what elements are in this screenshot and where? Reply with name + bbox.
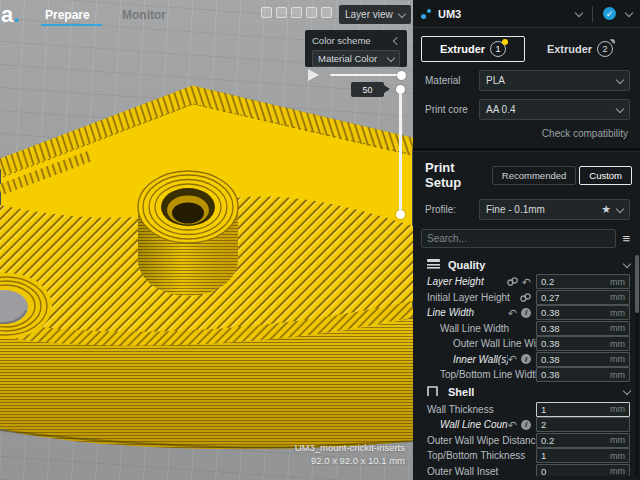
setting-row: Outer Wall Inset 0mm xyxy=(413,464,640,477)
setting-value-field[interactable]: 0.2mm xyxy=(536,433,630,448)
setting-value-field[interactable]: 0.38mm xyxy=(536,321,630,336)
view-top-icon[interactable] xyxy=(291,7,302,18)
collapse-left-icon[interactable] xyxy=(393,36,401,44)
setting-value-field[interactable]: 0.38mm xyxy=(536,352,630,367)
revert-icon[interactable]: ↶ xyxy=(508,308,517,318)
custom-mode-button[interactable]: Custom xyxy=(579,166,632,185)
setting-value-field[interactable]: 0.38mm xyxy=(536,336,630,351)
material-dropdown[interactable]: PLA xyxy=(479,70,630,91)
chevron-down-icon xyxy=(616,75,624,83)
star-icon: ★ xyxy=(601,203,611,216)
setting-row: Inner Wall(s) Line Width ↶i 0.38mm xyxy=(413,352,640,368)
layer-slider-track[interactable] xyxy=(399,93,402,214)
section-quality[interactable]: Quality xyxy=(413,255,640,274)
setting-row: Outer Wall Line Width 0.38mm xyxy=(413,336,640,352)
shell-icon xyxy=(427,386,440,398)
settings-filter-menu-icon[interactable]: ≡ xyxy=(622,231,630,246)
search-input[interactable] xyxy=(421,229,616,248)
setting-value-field[interactable]: 0.38mm xyxy=(536,305,630,320)
setting-row: Top/Bottom Line Width 0.38mm xyxy=(413,367,640,383)
color-scheme-panel: Color scheme Material Color xyxy=(305,30,407,67)
layer-number-value: 50 xyxy=(362,85,372,95)
tab-extruder-1[interactable]: Extruder 1 xyxy=(421,36,525,62)
color-scheme-dropdown[interactable]: Material Color xyxy=(312,50,400,67)
print-setup-title: Print Setup xyxy=(425,160,489,190)
profile-dropdown[interactable]: Fine - 0.1mm ★ xyxy=(479,199,630,220)
view-front-icon[interactable] xyxy=(276,7,287,18)
extruder-1-number: 1 xyxy=(490,41,506,57)
setting-value-field[interactable]: 1mm xyxy=(536,402,630,417)
setting-label: Top/Bottom Thickness xyxy=(413,450,536,461)
view-3d-icon[interactable] xyxy=(261,7,272,18)
view-mode-label: Layer view xyxy=(345,9,393,20)
printcore-value: AA 0.4 xyxy=(486,104,515,115)
printer-select-chevron-icon[interactable] xyxy=(575,8,583,16)
connection-chevron-icon[interactable] xyxy=(625,8,633,16)
setting-label: Wall Thickness xyxy=(413,404,536,415)
3d-viewport[interactable]: a. Prepare Monitor Layer view Color sche… xyxy=(0,0,413,480)
setting-label: Wall Line Count xyxy=(413,419,508,430)
extruder-tabs: Extruder 1 Extruder 2 xyxy=(421,36,632,62)
tab-extruder-2[interactable]: Extruder 2 xyxy=(528,36,632,62)
setting-value-field[interactable]: 2 xyxy=(536,417,630,432)
revert-icon[interactable]: ↶ xyxy=(508,420,517,430)
chevron-down-icon xyxy=(623,387,631,395)
setting-label: Outer Wall Wipe Distance xyxy=(413,435,536,446)
setting-value-field[interactable]: 0.2mm xyxy=(536,274,630,289)
printer-header: UM3 ✓ xyxy=(413,0,640,28)
setting-label: Wall Line Width xyxy=(413,323,536,334)
setting-row: Line Width ↶i 0.38mm xyxy=(413,305,640,321)
setting-value-field[interactable]: 1mm xyxy=(536,448,630,463)
printcore-label: Print core xyxy=(425,104,479,115)
info-icon[interactable]: i xyxy=(521,308,531,318)
link-icon[interactable] xyxy=(520,293,531,302)
extruder-2-label: Extruder xyxy=(547,43,592,55)
cura-window: a. Prepare Monitor Layer view Color sche… xyxy=(0,0,640,480)
chevron-down-icon xyxy=(398,9,406,17)
profile-value: Fine - 0.1mm xyxy=(486,204,545,215)
layer-number-tag: 50 xyxy=(351,82,384,97)
sidebar-panel: UM3 ✓ Extruder 1 Extruder 2 Material PLA xyxy=(413,0,640,480)
setting-label: Initial Layer Height xyxy=(413,292,520,303)
setting-row: Top/Bottom Thickness 1mm xyxy=(413,448,640,464)
section-shell[interactable]: Shell xyxy=(413,383,640,402)
connected-check-icon: ✓ xyxy=(603,7,616,20)
info-icon[interactable]: i xyxy=(521,420,531,430)
info-icon[interactable]: i xyxy=(521,354,531,364)
chevron-down-icon xyxy=(616,204,624,212)
model-3d-render[interactable] xyxy=(0,0,413,480)
setting-label: Outer Wall Inset xyxy=(413,466,536,476)
color-scheme-title: Color scheme xyxy=(312,35,371,46)
check-compatibility-link[interactable]: Check compatibility xyxy=(413,128,628,139)
simulation-slider-track[interactable] xyxy=(330,74,402,76)
material-value: PLA xyxy=(486,75,505,86)
material-color-dot xyxy=(609,39,615,45)
tab-monitor[interactable]: Monitor xyxy=(122,8,166,22)
printer-name: UM3 xyxy=(438,8,461,20)
material-label: Material xyxy=(425,75,479,86)
settings-list[interactable]: Quality Layer Height ↶ 0.2mm Initial Lay… xyxy=(413,255,640,476)
recommended-mode-button[interactable]: Recommended xyxy=(492,166,576,185)
setting-label: Outer Wall Line Width xyxy=(413,338,536,349)
setting-value-field[interactable]: 0mm xyxy=(536,464,630,476)
color-scheme-value: Material Color xyxy=(318,53,377,64)
profile-label: Profile: xyxy=(425,204,479,215)
link-icon[interactable] xyxy=(507,277,518,286)
printcore-dropdown[interactable]: AA 0.4 xyxy=(479,99,630,120)
view-right-icon[interactable] xyxy=(321,7,332,18)
layer-slider-bottom-handle[interactable] xyxy=(396,210,405,219)
setting-value-field[interactable]: 0.27mm xyxy=(536,290,630,305)
settings-scrollbar-thumb[interactable] xyxy=(635,255,639,313)
chevron-down-icon xyxy=(623,259,631,267)
view-mode-dropdown[interactable]: Layer view xyxy=(339,5,411,24)
extruder-1-label: Extruder xyxy=(440,43,485,55)
tab-prepare[interactable]: Prepare xyxy=(45,8,90,22)
setting-value-field[interactable]: 0.38mm xyxy=(536,367,630,382)
revert-icon[interactable]: ↶ xyxy=(522,277,531,287)
setting-label: Line Width xyxy=(413,307,508,318)
revert-icon[interactable]: ↶ xyxy=(508,354,517,364)
view-left-icon[interactable] xyxy=(306,7,317,18)
simulation-slider-handle[interactable] xyxy=(397,71,406,80)
simulation-play-icon[interactable] xyxy=(308,69,319,81)
setting-row: Wall Line Width 0.38mm xyxy=(413,321,640,337)
